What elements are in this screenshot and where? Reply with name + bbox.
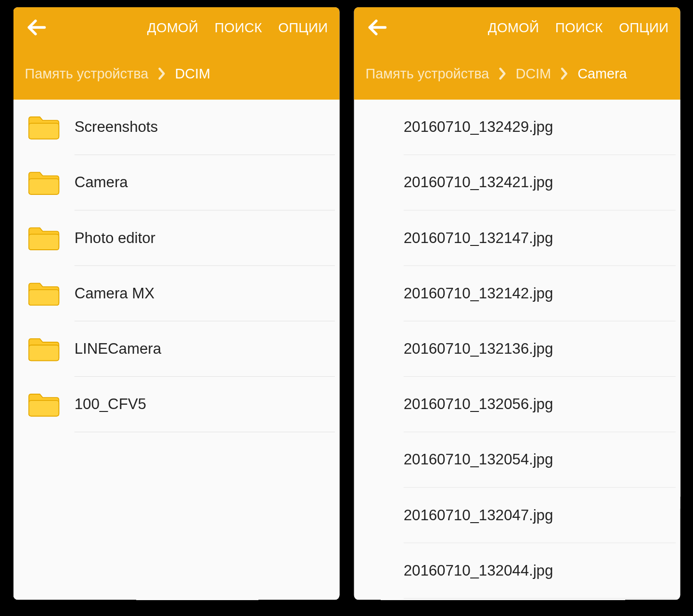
file-row[interactable]: 20160710_132047.jpg	[354, 488, 680, 543]
file-name: 20160710_132142.jpg	[403, 284, 553, 302]
file-name: 20160710_132044.jpg	[403, 562, 553, 579]
back-button[interactable]	[24, 15, 49, 40]
file-name: 20160710_132047.jpg	[403, 506, 553, 524]
nav-options[interactable]: ОПЦИИ	[278, 20, 328, 35]
folder-icon	[26, 168, 61, 198]
back-button[interactable]	[364, 15, 390, 40]
file-name: 20160710_132054.jpg	[403, 451, 553, 469]
top-actions: ДОМОЙ ПОИСК ОПЦИИ	[147, 20, 332, 35]
chevron-right-icon	[560, 67, 568, 80]
folder-name: Photo editor	[74, 229, 155, 247]
svg-rect-3	[28, 290, 58, 305]
file-name: 20160710_132429.jpg	[403, 118, 553, 136]
folder-row[interactable]: Screenshots	[13, 100, 339, 155]
file-row[interactable]: 20160710_132056.jpg	[354, 377, 680, 432]
folder-name: 100_CFV5	[74, 395, 146, 413]
arrow-left-icon	[26, 18, 46, 38]
folder-row[interactable]: Camera MX	[13, 266, 339, 321]
folder-list: Screenshots Camera Photo editor Camera M…	[13, 100, 339, 600]
folder-name: Camera	[74, 174, 128, 192]
folder-row[interactable]: Photo editor	[13, 210, 339, 266]
svg-rect-2	[28, 234, 58, 250]
svg-rect-0	[28, 123, 58, 139]
file-row[interactable]: 20160710_132136.jpg	[354, 321, 680, 377]
breadcrumb-item-current[interactable]: Camera	[578, 65, 627, 82]
folder-icon	[26, 389, 61, 419]
header: ДОМОЙ ПОИСК ОПЦИИ Память устройства DCIM	[13, 7, 339, 100]
nav-home[interactable]: ДОМОЙ	[488, 20, 539, 35]
folder-name: Camera MX	[74, 284, 154, 302]
chevron-right-icon	[157, 67, 166, 80]
file-name: 20160710_132136.jpg	[403, 340, 553, 358]
folder-row[interactable]: 100_CFV5	[13, 377, 339, 432]
file-row[interactable]: 20160710_132147.jpg	[354, 210, 680, 266]
file-manager-left: ДОМОЙ ПОИСК ОПЦИИ Память устройства DCIM…	[13, 7, 339, 600]
nav-home[interactable]: ДОМОЙ	[147, 20, 198, 35]
file-row[interactable]: 20160710_132054.jpg	[354, 432, 680, 488]
breadcrumb-item[interactable]: Память устройства	[25, 65, 148, 82]
file-row[interactable]: 20160710_132421.jpg	[354, 155, 680, 210]
folder-icon	[26, 334, 61, 364]
top-actions: ДОМОЙ ПОИСК ОПЦИИ	[488, 20, 673, 35]
breadcrumb-item-current[interactable]: DCIM	[175, 65, 210, 82]
file-row[interactable]: 20160710_132429.jpg	[354, 100, 680, 155]
file-row[interactable]: 20160710_132142.jpg	[354, 266, 680, 321]
folder-row[interactable]: Camera	[13, 155, 339, 210]
folder-icon	[26, 112, 61, 142]
breadcrumb-item[interactable]: DCIM	[515, 65, 551, 82]
folder-name: Screenshots	[74, 118, 157, 136]
file-name: 20160710_132421.jpg	[403, 174, 553, 192]
svg-rect-1	[28, 179, 58, 194]
svg-rect-4	[28, 345, 58, 360]
arrow-left-icon	[367, 18, 387, 38]
folder-row[interactable]: LINECamera	[13, 321, 339, 377]
folder-icon	[26, 223, 61, 253]
breadcrumb: Память устройства DCIM	[13, 48, 339, 100]
file-row[interactable]: 20160710_132044.jpg	[354, 543, 680, 599]
breadcrumb: Память устройства DCIM Camera	[354, 48, 680, 100]
file-manager-right: ДОМОЙ ПОИСК ОПЦИИ Память устройства DCIM…	[354, 7, 680, 600]
file-name: 20160710_132056.jpg	[403, 395, 553, 413]
top-bar: ДОМОЙ ПОИСК ОПЦИИ	[354, 7, 680, 48]
header: ДОМОЙ ПОИСК ОПЦИИ Память устройства DCIM…	[354, 7, 680, 100]
svg-rect-5	[28, 400, 58, 416]
nav-search[interactable]: ПОИСК	[555, 20, 603, 35]
folder-icon	[26, 279, 61, 308]
file-list: 20160710_132429.jpg 20160710_132421.jpg …	[354, 100, 680, 600]
top-bar: ДОМОЙ ПОИСК ОПЦИИ	[13, 7, 339, 48]
folder-name: LINECamera	[74, 340, 161, 358]
nav-options[interactable]: ОПЦИИ	[619, 20, 668, 35]
nav-search[interactable]: ПОИСК	[214, 20, 262, 35]
file-name: 20160710_132147.jpg	[403, 229, 553, 247]
chevron-right-icon	[498, 67, 506, 80]
breadcrumb-item[interactable]: Память устройства	[365, 65, 489, 82]
